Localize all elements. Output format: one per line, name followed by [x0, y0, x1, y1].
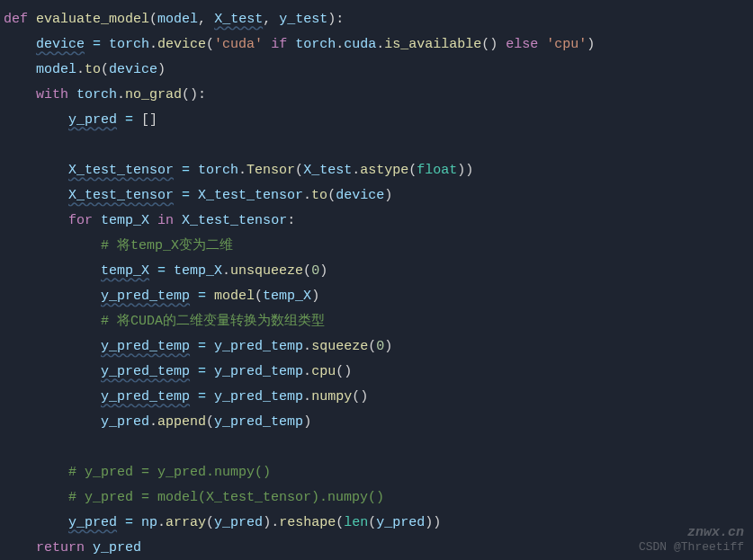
code-line: for temp_X in X_test_tensor:	[4, 209, 749, 234]
code-line: X_test_tensor = torch.Tensor(X_test.asty…	[4, 158, 749, 183]
code-line: y_pred_temp = model(temp_X)	[4, 284, 749, 309]
code-line: # y_pred = model(X_test_tensor).numpy()	[4, 485, 749, 511]
code-line: # 将CUDA的二维变量转换为数组类型	[4, 309, 749, 334]
watermark: znwx.cn CSDN @Threetiff	[639, 526, 744, 555]
code-line: with torch.no_grad():	[4, 83, 749, 108]
comment: # 将temp_X变为二维	[101, 238, 233, 253]
keyword-def: def	[4, 12, 28, 27]
code-line: device = torch.device('cuda' if torch.cu…	[4, 32, 749, 58]
watermark-domain: znwx.cn	[639, 526, 744, 540]
code-line: return y_pred	[4, 536, 749, 560]
code-line: y_pred = np.array(y_pred).reshape(len(y_…	[4, 511, 749, 536]
code-line: y_pred_temp = y_pred_temp.numpy()	[4, 385, 749, 410]
code-line: def evaluate_model(model, X_test, y_test…	[4, 7, 749, 32]
code-line: y_pred = []	[4, 108, 749, 133]
comment: # y_pred = model(X_test_tensor).numpy()	[68, 490, 384, 505]
comment: # 将CUDA的二维变量转换为数组类型	[101, 314, 325, 329]
code-line: y_pred.append(y_pred_temp)	[4, 410, 749, 435]
code-line	[4, 133, 749, 158]
watermark-author: CSDN @Threetiff	[639, 540, 744, 555]
code-line	[4, 435, 749, 460]
code-line: X_test_tensor = X_test_tensor.to(device)	[4, 183, 749, 209]
code-line: # 将temp_X变为二维	[4, 234, 749, 259]
comment: # y_pred = y_pred.numpy()	[68, 465, 271, 480]
code-line: model.to(device)	[4, 58, 749, 83]
code-editor[interactable]: def evaluate_model(model, X_test, y_test…	[4, 7, 749, 560]
function-name: evaluate_model	[36, 12, 149, 27]
code-line: # y_pred = y_pred.numpy()	[4, 460, 749, 485]
code-line: y_pred_temp = y_pred_temp.cpu()	[4, 360, 749, 385]
code-line: y_pred_temp = y_pred_temp.squeeze(0)	[4, 334, 749, 360]
code-line: temp_X = temp_X.unsqueeze(0)	[4, 259, 749, 284]
